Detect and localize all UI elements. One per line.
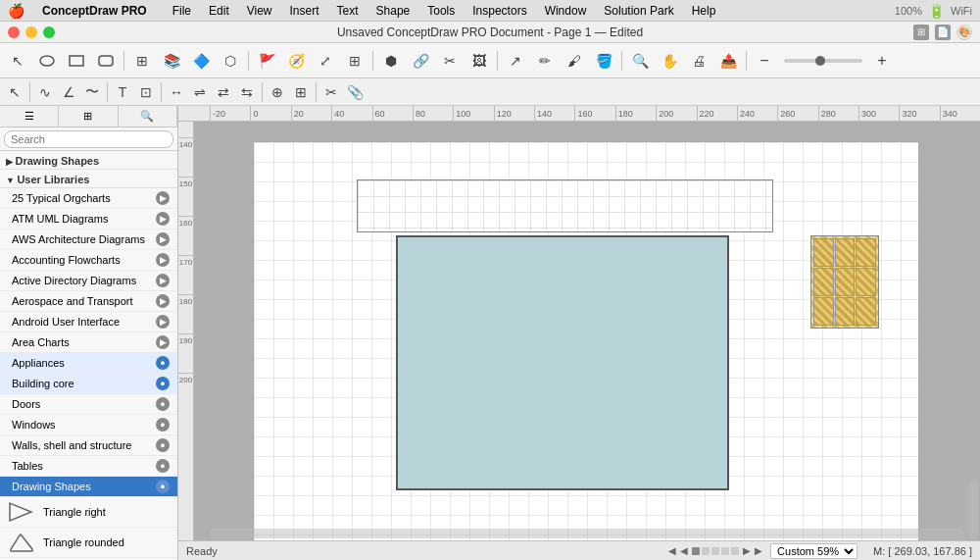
text-tool[interactable]: T bbox=[112, 81, 133, 103]
freehand-tool[interactable]: 〜 bbox=[81, 81, 103, 103]
close-button[interactable] bbox=[8, 26, 20, 38]
inspectors-menu[interactable]: Inspectors bbox=[465, 2, 534, 20]
shape-hatched[interactable] bbox=[810, 235, 879, 329]
connection2-tool[interactable]: ⇌ bbox=[189, 81, 211, 103]
text-box-tool[interactable]: ⊡ bbox=[135, 81, 157, 103]
next-page-button[interactable]: ▶ bbox=[755, 545, 762, 556]
grid-view-tab[interactable]: ⊞ bbox=[59, 106, 118, 127]
zoom-selector[interactable]: Custom 59% bbox=[770, 543, 858, 559]
curve-tool[interactable]: ∿ bbox=[34, 81, 56, 103]
title-right-icons: ⊞ 📄 🎨 bbox=[913, 25, 972, 40]
unlink-tool[interactable]: ✂ bbox=[436, 47, 464, 75]
maximize-button[interactable] bbox=[43, 26, 55, 38]
angle-tool[interactable]: ∠ bbox=[58, 81, 79, 103]
scroll-left-button[interactable]: ◀ bbox=[680, 545, 688, 556]
sidebar-item-walls[interactable]: Walls, shell and structure ● bbox=[0, 435, 177, 456]
sidebar-item-aws[interactable]: AWS Architecture Diagrams ▶ bbox=[0, 229, 177, 250]
export-tool[interactable]: 📤 bbox=[714, 47, 742, 75]
sidebar-item-android[interactable]: Android User Interface ▶ bbox=[0, 312, 177, 332]
sep-t2-1 bbox=[29, 82, 30, 102]
horizontal-scrollbar[interactable] bbox=[210, 529, 964, 538]
sidebar-item-active-dir[interactable]: Active Directory Diagrams ▶ bbox=[0, 271, 177, 291]
rect-tool[interactable] bbox=[63, 47, 90, 75]
connection-tool[interactable]: ↔ bbox=[166, 81, 187, 103]
list-view-tab[interactable]: ☰ bbox=[0, 106, 59, 127]
zoom-out-button[interactable]: − bbox=[751, 47, 778, 75]
scissor-tool[interactable]: ✂ bbox=[320, 81, 342, 103]
drawing-shapes-section[interactable]: Drawing Shapes bbox=[0, 151, 177, 170]
pages-icon[interactable]: ⊞ bbox=[913, 25, 929, 40]
print-tool[interactable]: 🖨 bbox=[685, 47, 712, 75]
sidebar-item-windows[interactable]: Windows ● bbox=[0, 415, 177, 435]
sidebar-item-accounting[interactable]: Accounting Flowcharts ▶ bbox=[0, 250, 177, 271]
nav-tool[interactable]: 🧭 bbox=[282, 47, 310, 75]
shape-item-triangle-rounded[interactable]: Triangle rounded bbox=[0, 528, 177, 558]
library-tool[interactable]: 📚 bbox=[158, 47, 185, 75]
main-toolbar: ↖ ⊞ 📚 🔷 ⬡ 🚩 🧭 ⤢ ⊞ ⬢ 🔗 ✂ 🖼 ↗ ✏ 🖌 🪣 🔍 ✋ � bbox=[0, 43, 980, 78]
help-menu[interactable]: Help bbox=[684, 2, 724, 20]
oval-tool[interactable] bbox=[33, 47, 61, 75]
edit-menu[interactable]: Edit bbox=[201, 2, 237, 20]
sidebar-item-tables[interactable]: Tables ● bbox=[0, 456, 177, 477]
zoom-region-tool[interactable]: ⊕ bbox=[267, 81, 288, 103]
shape-item-triangle-right[interactable]: Triangle right bbox=[0, 497, 177, 528]
flag-tool[interactable]: 🚩 bbox=[253, 47, 280, 75]
sep-t2-5 bbox=[316, 82, 317, 102]
sep1 bbox=[123, 51, 124, 71]
tools-menu[interactable]: Tools bbox=[419, 2, 463, 20]
file-menu[interactable]: File bbox=[165, 2, 199, 20]
text-menu[interactable]: Text bbox=[329, 2, 367, 20]
window-menu[interactable]: Window bbox=[537, 2, 595, 20]
link-tool[interactable]: 🔗 bbox=[407, 47, 434, 75]
search-input[interactable] bbox=[4, 130, 173, 148]
shape-white-rect[interactable] bbox=[357, 179, 773, 232]
zoom-slider[interactable] bbox=[784, 59, 862, 63]
connect-tool[interactable]: ⬢ bbox=[377, 47, 405, 75]
shape-menu[interactable]: Shape bbox=[368, 2, 418, 20]
select2-tool[interactable]: ↖ bbox=[4, 81, 25, 103]
pointer-tool[interactable]: ↗ bbox=[502, 47, 529, 75]
image-tool[interactable]: 🖼 bbox=[466, 47, 493, 75]
fill-tool[interactable]: 🪣 bbox=[590, 47, 617, 75]
color-wheel-icon[interactable]: 🎨 bbox=[956, 25, 972, 40]
sidebar-item-atm[interactable]: ATM UML Diagrams ▶ bbox=[0, 209, 177, 229]
user-libraries-section[interactable]: User Libraries bbox=[0, 170, 177, 188]
smart-connect-tool[interactable]: ⇆ bbox=[236, 81, 258, 103]
pages-tool[interactable]: ⊞ bbox=[128, 47, 156, 75]
sidebar-item-doors[interactable]: Doors ● bbox=[0, 394, 177, 415]
minimize-button[interactable] bbox=[25, 26, 37, 38]
zoom-in-tool[interactable]: 🔍 bbox=[626, 47, 654, 75]
stencil-tool[interactable]: 🔷 bbox=[187, 47, 215, 75]
solution-park-menu[interactable]: Solution Park bbox=[596, 2, 681, 20]
sidebar-item-appliances[interactable]: Appliances ● bbox=[0, 353, 177, 374]
sidebar-item-building-core[interactable]: Building core ● bbox=[0, 374, 177, 394]
insert-menu[interactable]: Insert bbox=[282, 2, 327, 20]
app-menu[interactable]: ConceptDraw PRO bbox=[34, 2, 155, 20]
sidebar-item-drawing-shapes[interactable]: Drawing Shapes ● bbox=[0, 477, 177, 497]
canvas[interactable] bbox=[194, 122, 980, 540]
search-tab[interactable]: 🔍 bbox=[119, 106, 177, 127]
doc-icon[interactable]: 📄 bbox=[935, 25, 951, 40]
rounded-rect-tool[interactable] bbox=[92, 47, 120, 75]
grid-tool[interactable]: ⊞ bbox=[341, 47, 368, 75]
prev-page-button[interactable]: ◀ bbox=[668, 545, 676, 556]
auto-connect-tool[interactable]: ⇄ bbox=[213, 81, 234, 103]
resize-tool[interactable]: ⤢ bbox=[312, 47, 339, 75]
fit-tool[interactable]: ⊞ bbox=[290, 81, 312, 103]
attach-tool[interactable]: 📎 bbox=[344, 81, 366, 103]
sep5 bbox=[621, 51, 622, 71]
flow-tool[interactable]: ⬡ bbox=[217, 47, 244, 75]
shape-blue-rect[interactable] bbox=[396, 235, 729, 490]
hand-tool[interactable]: ✋ bbox=[656, 47, 683, 75]
scroll-right-button[interactable]: ▶ bbox=[743, 545, 751, 556]
pen-tool[interactable]: ✏ bbox=[531, 47, 559, 75]
sidebar-item-aerospace[interactable]: Aerospace and Transport ▶ bbox=[0, 291, 177, 312]
sidebar-item-orgcharts[interactable]: 25 Typical Orgcharts ▶ bbox=[0, 188, 177, 209]
sidebar-item-area-charts[interactable]: Area Charts ▶ bbox=[0, 332, 177, 353]
view-menu[interactable]: View bbox=[239, 2, 280, 20]
zoom-in-button[interactable]: + bbox=[868, 47, 896, 75]
brush-tool[interactable]: 🖌 bbox=[561, 47, 588, 75]
vertical-scrollbar[interactable] bbox=[968, 480, 978, 538]
select-tool[interactable]: ↖ bbox=[4, 47, 31, 75]
main-content: ☰ ⊞ 🔍 Drawing Shapes User Libraries 25 T… bbox=[0, 106, 980, 560]
